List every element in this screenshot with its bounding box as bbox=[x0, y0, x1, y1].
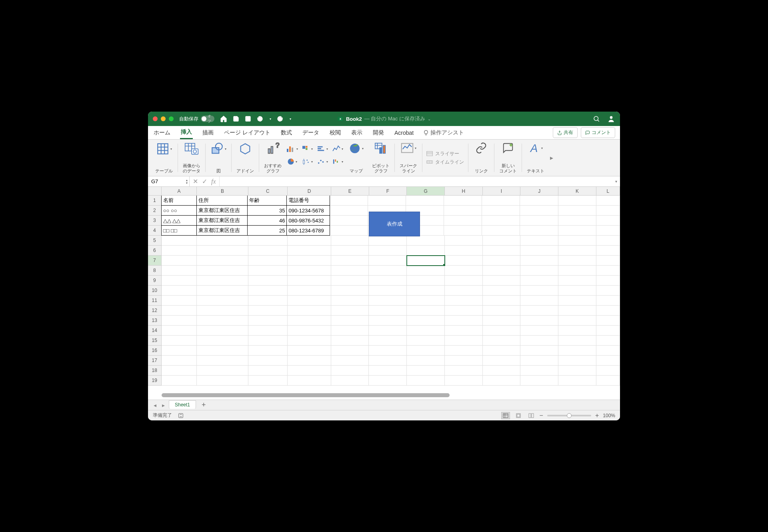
row-header-12[interactable]: 12 bbox=[148, 306, 162, 316]
cell-K8[interactable] bbox=[558, 266, 596, 276]
cell-F16[interactable] bbox=[369, 346, 407, 356]
cell-A15[interactable] bbox=[162, 336, 197, 346]
tab-developer[interactable]: 開発 bbox=[372, 127, 385, 139]
tab-view[interactable]: 表示 bbox=[350, 127, 363, 139]
cell-B2[interactable]: 東京都江東区住吉 bbox=[196, 205, 248, 216]
save-icon[interactable] bbox=[233, 116, 239, 122]
cell-K17[interactable] bbox=[558, 356, 596, 366]
cell-A6[interactable] bbox=[162, 246, 197, 256]
cell-C4[interactable]: 25 bbox=[247, 225, 287, 236]
autosave-toggle[interactable]: 自動保存 オフ bbox=[179, 116, 214, 122]
formula-input[interactable] bbox=[220, 176, 612, 186]
tab-draw[interactable]: 描画 bbox=[202, 127, 214, 139]
cell-D4[interactable]: 080-1234-6789 bbox=[286, 225, 330, 236]
cell-D8[interactable] bbox=[288, 266, 331, 276]
tab-data[interactable]: データ bbox=[302, 127, 320, 139]
cell-H3[interactable] bbox=[444, 216, 482, 226]
cell-B8[interactable] bbox=[197, 266, 248, 276]
shape-button-create-table[interactable]: 表作成 bbox=[369, 212, 420, 236]
tab-insert[interactable]: 挿入 bbox=[180, 126, 193, 139]
ribbon-shapes[interactable]: ▾ 図 bbox=[206, 141, 230, 174]
cell-C11[interactable] bbox=[248, 296, 288, 306]
cell-C16[interactable] bbox=[248, 346, 288, 356]
cell-B1[interactable]: 住所 bbox=[196, 196, 248, 206]
title-dropdown-icon[interactable]: ⌄ bbox=[428, 117, 431, 121]
cell-G17[interactable] bbox=[407, 356, 445, 366]
cell-H5[interactable] bbox=[445, 236, 483, 246]
row-header-16[interactable]: 16 bbox=[148, 346, 162, 356]
maximize-window-button[interactable] bbox=[169, 116, 174, 121]
cell-A3[interactable]: △△ △△ bbox=[161, 215, 197, 226]
cell-J19[interactable] bbox=[520, 376, 558, 386]
sheet-next[interactable]: ▸ bbox=[160, 402, 166, 408]
column-chart-button[interactable]: ▾ bbox=[286, 143, 298, 155]
cell-C18[interactable] bbox=[248, 366, 288, 376]
share-button[interactable]: 共有 bbox=[553, 127, 578, 138]
cell-D3[interactable]: 080-9876-5432 bbox=[286, 215, 330, 226]
cell-K2[interactable] bbox=[558, 206, 596, 216]
cell-F19[interactable] bbox=[369, 376, 407, 386]
col-header-A[interactable]: A bbox=[162, 187, 197, 195]
cell-C1[interactable]: 年齢 bbox=[247, 196, 287, 206]
cell-H9[interactable] bbox=[445, 276, 483, 286]
cell-K6[interactable] bbox=[558, 246, 596, 256]
tab-review[interactable]: 校閲 bbox=[329, 127, 342, 139]
cell-L14[interactable] bbox=[596, 326, 620, 336]
cell-D6[interactable] bbox=[288, 246, 331, 256]
cell-J9[interactable] bbox=[520, 276, 558, 286]
cell-J8[interactable] bbox=[520, 266, 558, 276]
row-header-10[interactable]: 10 bbox=[148, 286, 162, 296]
cell-L17[interactable] bbox=[596, 356, 620, 366]
cell-I4[interactable] bbox=[482, 226, 520, 236]
cell-J10[interactable] bbox=[520, 286, 558, 296]
cell-J16[interactable] bbox=[520, 346, 558, 356]
cell-B7[interactable] bbox=[197, 256, 248, 266]
cell-B16[interactable] bbox=[197, 346, 248, 356]
cell-J5[interactable] bbox=[520, 236, 558, 246]
cell-A16[interactable] bbox=[162, 346, 197, 356]
cell-J13[interactable] bbox=[520, 316, 558, 326]
cell-I6[interactable] bbox=[483, 246, 521, 256]
col-header-H[interactable]: H bbox=[445, 187, 483, 195]
cell-J7[interactable] bbox=[520, 256, 558, 266]
cell-E19[interactable] bbox=[331, 376, 369, 386]
cell-E13[interactable] bbox=[331, 316, 369, 326]
cell-D19[interactable] bbox=[288, 376, 331, 386]
cell-C5[interactable] bbox=[248, 236, 288, 246]
cell-K3[interactable] bbox=[558, 216, 596, 226]
cell-C2[interactable]: 35 bbox=[247, 205, 287, 216]
cell-A17[interactable] bbox=[162, 356, 197, 366]
pie-chart-button[interactable]: ▾ bbox=[286, 156, 298, 168]
col-header-G[interactable]: G bbox=[407, 187, 445, 195]
cell-C9[interactable] bbox=[248, 276, 288, 286]
cell-L12[interactable] bbox=[596, 306, 620, 316]
cell-L9[interactable] bbox=[596, 276, 620, 286]
cell-F17[interactable] bbox=[369, 356, 407, 366]
cell-J11[interactable] bbox=[520, 296, 558, 306]
sheet-tab-1[interactable]: Sheet1 bbox=[169, 400, 196, 409]
cell-H7[interactable] bbox=[445, 256, 483, 266]
touch-mode-icon[interactable] bbox=[245, 116, 251, 122]
tab-pagelayout[interactable]: ページ レイアウト bbox=[223, 127, 271, 139]
confirm-formula-icon[interactable]: ✓ bbox=[202, 178, 207, 185]
cell-B10[interactable] bbox=[197, 286, 248, 296]
cell-F13[interactable] bbox=[369, 316, 407, 326]
cell-F10[interactable] bbox=[369, 286, 407, 296]
row-header-14[interactable]: 14 bbox=[148, 326, 162, 336]
ribbon-picture-data[interactable]: 画像から のデータ bbox=[179, 141, 204, 174]
cell-E2[interactable] bbox=[330, 206, 368, 216]
cell-I1[interactable] bbox=[482, 196, 520, 206]
cell-L13[interactable] bbox=[596, 316, 620, 326]
cell-H16[interactable] bbox=[445, 346, 483, 356]
cell-E3[interactable] bbox=[330, 216, 368, 226]
row-header-17[interactable]: 17 bbox=[148, 356, 162, 366]
row-header-6[interactable]: 6 bbox=[148, 246, 162, 256]
cell-A11[interactable] bbox=[162, 296, 197, 306]
cell-L6[interactable] bbox=[596, 246, 620, 256]
cell-H4[interactable] bbox=[444, 226, 482, 236]
cell-H15[interactable] bbox=[445, 336, 483, 346]
waterfall-chart-button[interactable]: ▾ bbox=[331, 156, 344, 168]
cell-K7[interactable] bbox=[558, 256, 596, 266]
cell-A7[interactable] bbox=[162, 256, 197, 266]
cell-F1[interactable] bbox=[368, 196, 406, 206]
